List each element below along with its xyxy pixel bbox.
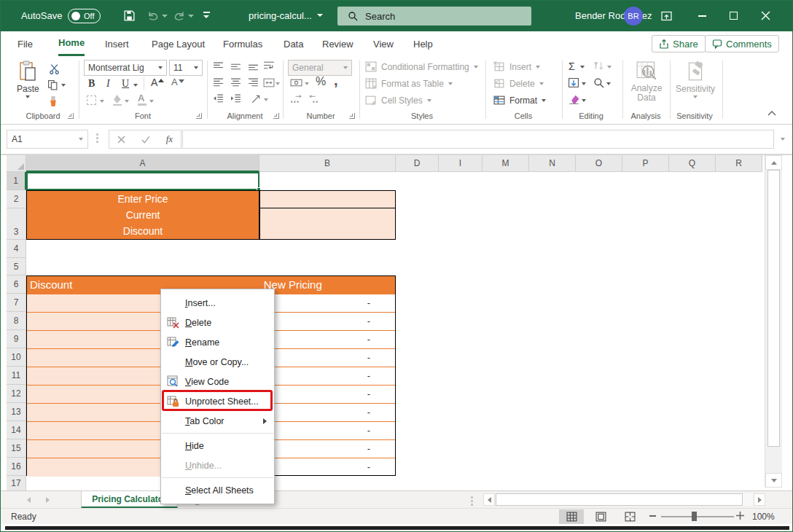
tabbar-resize-handle[interactable]	[471, 496, 473, 506]
shrink-font-button[interactable]: A	[171, 77, 184, 87]
cancel-entry-icon[interactable]	[117, 136, 125, 144]
font-name-select[interactable]: Montserrat Lig	[84, 60, 167, 76]
column-header-B[interactable]: B	[259, 155, 396, 172]
row-header-6[interactable]: 6	[7, 275, 26, 294]
tab-review[interactable]: Review	[322, 31, 353, 56]
underline-dropdown-icon[interactable]	[133, 84, 138, 87]
format-as-table-button[interactable]: Format as Table	[365, 78, 453, 89]
page-break-view-button[interactable]	[617, 509, 642, 524]
decrease-indent-icon[interactable]	[213, 94, 224, 103]
tab-file[interactable]: File	[17, 31, 33, 56]
align-left-icon[interactable]	[213, 78, 224, 87]
sort-filter-icon[interactable]	[593, 60, 605, 71]
redo-dropdown-icon[interactable]	[188, 15, 194, 17]
scroll-up-arrow[interactable]	[765, 155, 782, 170]
column-header-A[interactable]: A	[26, 155, 259, 172]
sensitivity-button[interactable]: Sensitivity	[675, 60, 716, 98]
scroll-down-arrow[interactable]	[765, 473, 782, 488]
accounting-dropdown-icon[interactable]	[305, 82, 309, 85]
menu-item-unhide[interactable]: Unhide...	[161, 455, 274, 475]
cell-newprice-r13[interactable]: -	[259, 404, 395, 422]
alignment-dialog-launcher[interactable]	[273, 113, 279, 119]
percent-style-button[interactable]: %	[316, 75, 326, 88]
tab-help[interactable]: Help	[413, 31, 433, 56]
formula-input[interactable]	[182, 130, 774, 149]
zoom-level[interactable]: 100%	[752, 512, 775, 522]
menu-item-move-or-copy[interactable]: Move or Copy...	[161, 352, 274, 372]
row-header-4[interactable]: 4	[7, 240, 26, 258]
align-bottom-icon[interactable]	[248, 62, 259, 71]
font-color-dropdown-icon[interactable]	[149, 100, 154, 103]
copy-dropdown-icon[interactable]	[61, 84, 66, 87]
merge-dropdown-icon[interactable]	[276, 82, 280, 85]
cell-newprice-r16[interactable]: -	[259, 458, 395, 477]
select-all-corner[interactable]	[7, 155, 26, 172]
cell-enter-price-label[interactable]: Enter Price Current Discount	[26, 190, 259, 240]
avatar[interactable]: BR	[624, 7, 643, 26]
horizontal-scroll-thumb[interactable]	[496, 493, 743, 506]
wrap-text-icon[interactable]	[263, 60, 275, 71]
copy-icon[interactable]	[47, 79, 58, 90]
active-cell-A1[interactable]	[26, 172, 259, 190]
row-header-14[interactable]: 14	[7, 421, 26, 439]
menu-item-hide[interactable]: Hide	[161, 436, 274, 455]
delete-cells-button[interactable]: Delete	[493, 78, 544, 89]
tab-insert[interactable]: Insert	[105, 31, 129, 56]
fill-dropdown-icon[interactable]	[582, 82, 586, 85]
decrease-decimal-icon[interactable]	[308, 94, 321, 104]
accounting-format-icon[interactable]	[290, 77, 302, 88]
row-header-17[interactable]: 17	[7, 476, 26, 490]
increase-indent-icon[interactable]	[230, 94, 241, 103]
align-middle-icon[interactable]	[230, 62, 241, 71]
maximize-button[interactable]	[730, 12, 738, 20]
italic-button[interactable]: I	[106, 78, 110, 90]
undo-icon[interactable]	[147, 9, 160, 22]
menu-item-rename[interactable]: Rename	[161, 332, 274, 352]
row-header-15[interactable]: 15	[7, 439, 26, 458]
menu-item-insert[interactable]: Insert...	[161, 293, 274, 313]
clipboard-dialog-launcher[interactable]	[68, 113, 74, 119]
borders-dropdown-icon[interactable]	[100, 100, 104, 103]
column-header-D[interactable]: D	[396, 155, 439, 172]
column-header-I[interactable]: I	[439, 155, 483, 172]
row-header-12[interactable]: 12	[7, 385, 26, 403]
row-header-7[interactable]: 7	[7, 294, 26, 312]
vertical-scroll-thumb[interactable]	[767, 170, 780, 447]
hscroll-left-arrow[interactable]	[483, 493, 495, 506]
clear-icon[interactable]	[568, 94, 579, 105]
sort-filter-dropdown-icon[interactable]	[607, 66, 612, 69]
share-button[interactable]: Share	[652, 35, 706, 52]
align-top-icon[interactable]	[213, 62, 224, 71]
fill-down-icon[interactable]	[568, 77, 579, 88]
tab-data[interactable]: Data	[284, 31, 303, 56]
autosave-toggle[interactable]: Off	[68, 9, 101, 23]
zoom-slider-track[interactable]	[661, 516, 734, 517]
column-header-M[interactable]: M	[483, 155, 529, 172]
merge-center-icon[interactable]	[263, 77, 275, 88]
close-button[interactable]	[761, 11, 770, 20]
column-header-P[interactable]: P	[622, 155, 669, 172]
number-format-select[interactable]: General	[288, 60, 352, 76]
name-box[interactable]: A1	[7, 130, 88, 149]
row-header-11[interactable]: 11	[7, 367, 26, 385]
column-header-N[interactable]: N	[529, 155, 576, 172]
zoom-out-button[interactable]	[649, 515, 656, 517]
font-color-icon[interactable]: A	[138, 93, 147, 106]
tab-home[interactable]: Home	[58, 31, 85, 56]
vertical-scrollbar[interactable]	[765, 155, 782, 488]
insert-cells-button[interactable]: Insert	[493, 61, 540, 72]
qat-customize-chevron-icon[interactable]	[203, 15, 209, 18]
cell-B2-price-input[interactable]	[259, 190, 396, 208]
page-layout-view-button[interactable]	[588, 509, 613, 524]
font-dialog-launcher[interactable]	[196, 113, 202, 119]
enter-entry-icon[interactable]	[141, 136, 150, 144]
align-center-icon[interactable]	[230, 78, 241, 87]
menu-item-view-code[interactable]: View Code	[161, 372, 274, 391]
insert-function-button[interactable]: fx	[166, 133, 173, 145]
column-header-R[interactable]: R	[716, 155, 762, 172]
analyze-data-button[interactable]: Analyze Data	[628, 60, 665, 103]
cell-newprice-r8[interactable]: -	[259, 313, 395, 331]
cell-newprice-r12[interactable]: -	[259, 386, 395, 404]
document-title[interactable]: pricing-calcul...	[249, 10, 312, 21]
hscroll-track[interactable]	[743, 493, 753, 506]
